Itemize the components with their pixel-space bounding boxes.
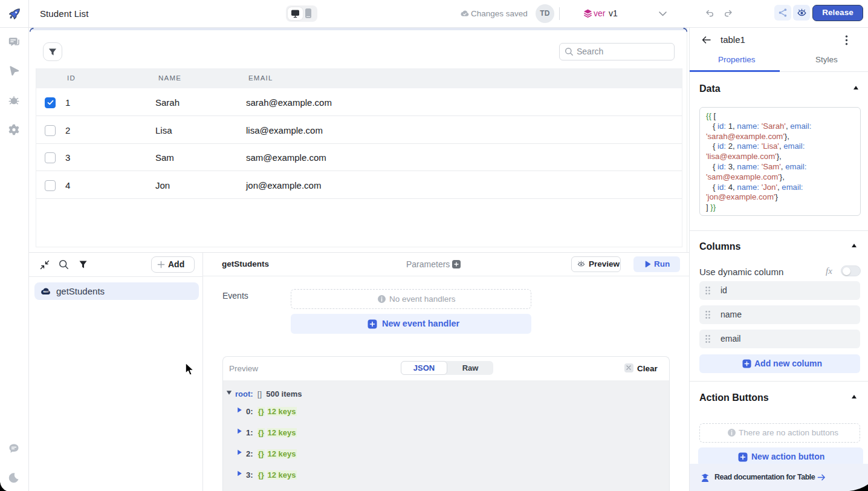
svg-text:REST: REST	[43, 291, 49, 293]
